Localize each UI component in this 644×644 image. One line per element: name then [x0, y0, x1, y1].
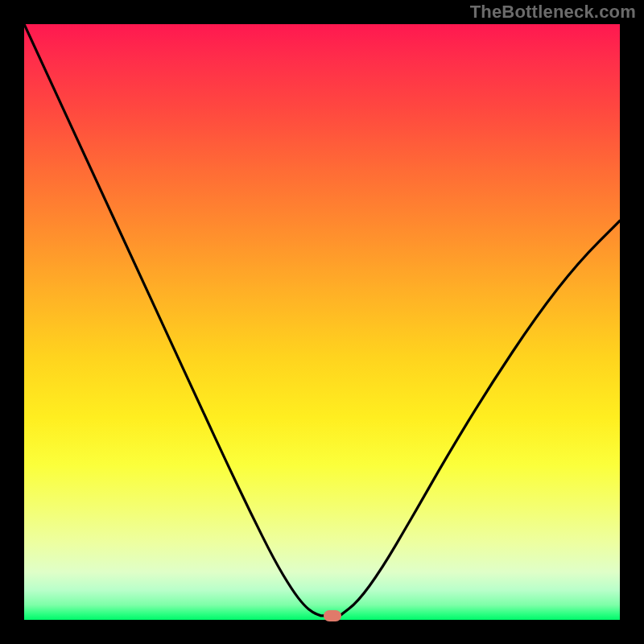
optimum-marker: [324, 610, 341, 621]
plot-area: [24, 24, 620, 620]
bottleneck-curve: [24, 24, 620, 620]
curve-path: [24, 24, 620, 616]
chart-frame: TheBottleneck.com: [0, 0, 644, 644]
watermark-label: TheBottleneck.com: [470, 2, 636, 23]
